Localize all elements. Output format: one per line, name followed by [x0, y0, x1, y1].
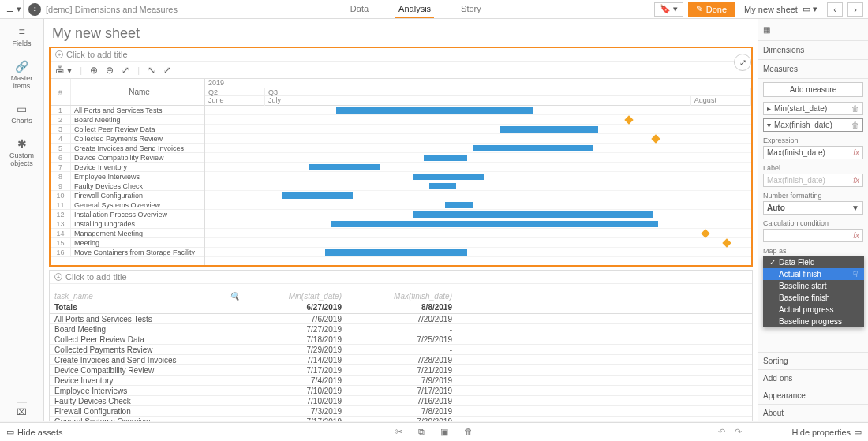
- print-icon[interactable]: 🖶 ▾: [55, 65, 72, 76]
- gantt-bar[interactable]: [331, 221, 658, 227]
- gantt-row[interactable]: 4Collected Payments Review: [51, 134, 204, 144]
- app-icon[interactable]: ⁘: [28, 3, 41, 16]
- gantt-bar[interactable]: [336, 107, 533, 114]
- gantt-bar[interactable]: [500, 126, 599, 133]
- gantt-row[interactable]: 6Device Compatibility Review: [51, 153, 204, 163]
- numfmt-select[interactable]: Auto▼: [763, 201, 863, 215]
- table-row[interactable]: Collected Payments Review7/29/2019-: [50, 345, 752, 355]
- label-input[interactable]: Max(finish_date)fx: [763, 174, 863, 187]
- gantt-bar[interactable]: [325, 249, 467, 256]
- assets-fields[interactable]: ≡Fields: [0, 19, 43, 54]
- chart-title-input[interactable]: + Click to add title: [51, 48, 751, 62]
- tab-data[interactable]: Data: [347, 1, 372, 18]
- table-object[interactable]: + Click to add title task_name🔍 Min(star…: [49, 270, 753, 421]
- gantt-bar[interactable]: [424, 155, 467, 161]
- fullscreen-icon[interactable]: ⤢: [734, 54, 751, 71]
- gantt-row[interactable]: 15Meeting: [51, 238, 204, 248]
- milestone-diamond-icon[interactable]: [652, 134, 660, 143]
- dimensions-section[interactable]: Dimensions: [758, 41, 868, 60]
- gantt-row[interactable]: 3Collect Peer Review Data: [51, 125, 204, 134]
- prev-sheet-button[interactable]: ‹: [827, 2, 843, 17]
- collapse-icon[interactable]: ⤢: [163, 65, 171, 76]
- table-row[interactable]: Collect Peer Review Data7/18/20197/25/20…: [50, 334, 752, 345]
- gantt-bar[interactable]: [309, 164, 380, 170]
- sorting-section[interactable]: Sorting: [758, 352, 868, 369]
- hide-assets-button[interactable]: ▭ Hide assets: [0, 427, 69, 437]
- fx-icon[interactable]: fx: [853, 176, 859, 185]
- variables-icon[interactable]: ⌧: [17, 402, 27, 421]
- table-row[interactable]: Board Meeting7/27/2019-: [50, 324, 752, 334]
- gantt-row[interactable]: 9Faulty Devices Check: [51, 181, 204, 191]
- calc-input[interactable]: fx: [763, 229, 863, 242]
- table-row[interactable]: All Ports and Services Tests7/6/20197/20…: [50, 314, 752, 324]
- measure-field-min[interactable]: ▸ Min(start_date)🗑: [763, 102, 863, 115]
- sheet-selector[interactable]: My new sheet ▭ ▾: [739, 4, 822, 14]
- fx-icon[interactable]: fx: [853, 231, 859, 240]
- table-col-max[interactable]: Max(finish_date): [350, 292, 460, 301]
- sheet-title[interactable]: My new sheet: [49, 24, 753, 47]
- mapas-option-actual-progress[interactable]: Actual progress: [763, 304, 864, 316]
- gantt-row[interactable]: 2Board Meeting: [51, 115, 204, 125]
- gantt-row[interactable]: 10Firewall Configuration: [51, 191, 204, 200]
- mapas-dropdown[interactable]: ✓Data FieldActual finish☟Baseline startB…: [763, 256, 864, 327]
- gantt-row[interactable]: 5Create Invoices and Send Invoices: [51, 144, 204, 153]
- gantt-row[interactable]: 12Installation Process Overview: [51, 210, 204, 219]
- hide-properties-button[interactable]: Hide properties ▭: [785, 427, 868, 437]
- zoom-out-icon[interactable]: ⊖: [106, 65, 114, 76]
- gantt-row[interactable]: 1All Ports and Services Tests: [51, 106, 204, 115]
- assets-custom-objects[interactable]: ✱Custom objects: [0, 131, 43, 174]
- next-sheet-button[interactable]: ›: [847, 2, 863, 17]
- delete-icon[interactable]: 🗑: [464, 427, 473, 437]
- mapas-option-baseline-progress[interactable]: Baseline progress: [763, 316, 864, 327]
- table-icon[interactable]: ▦: [763, 25, 770, 34]
- table-row[interactable]: General Systems Overview7/17/20197/20/20…: [50, 417, 752, 421]
- add-measure-button[interactable]: Add measure: [763, 82, 863, 97]
- gantt-bar[interactable]: [473, 145, 593, 151]
- assets-master-items[interactable]: 🔗Master items: [0, 54, 43, 96]
- measure-field-max[interactable]: ▾ Max(finish_date)🗑: [763, 118, 863, 132]
- tab-story[interactable]: Story: [458, 1, 485, 18]
- table-row[interactable]: Device Compatibility Review7/17/20197/21…: [50, 365, 752, 376]
- gantt-row[interactable]: 14Management Meeting: [51, 229, 204, 238]
- zoom-in-icon[interactable]: ⊕: [90, 65, 98, 76]
- redo-icon[interactable]: ↷: [735, 427, 742, 437]
- paste-icon[interactable]: ▣: [440, 427, 448, 437]
- appearance-section[interactable]: Appearance: [758, 387, 868, 404]
- delete-icon[interactable]: 🗑: [851, 104, 859, 113]
- milestone-diamond-icon[interactable]: [701, 229, 709, 237]
- gantt-bar[interactable]: [445, 202, 473, 208]
- mapas-option-data-field[interactable]: ✓Data Field: [763, 256, 864, 268]
- mapas-option-actual-finish[interactable]: Actual finish☟: [763, 268, 864, 280]
- measures-section[interactable]: Measures: [758, 60, 868, 79]
- table-row[interactable]: Device Inventory7/4/20197/9/2019: [50, 376, 752, 386]
- delete-icon[interactable]: 🗑: [851, 121, 859, 129]
- table-col-task[interactable]: task_name: [54, 292, 93, 301]
- zoom-fit-icon[interactable]: ⤢: [122, 65, 129, 76]
- addons-section[interactable]: Add-ons: [758, 369, 868, 387]
- table-title-input[interactable]: + Click to add title: [50, 271, 752, 284]
- cut-icon[interactable]: ✂: [395, 427, 402, 437]
- table-row[interactable]: Firewall Configuration7/3/20197/8/2019: [50, 406, 752, 417]
- table-row[interactable]: Faulty Devices Check7/10/20197/16/2019: [50, 396, 752, 406]
- table-row[interactable]: Employee Interviews7/10/20197/17/2019: [50, 386, 752, 396]
- search-icon[interactable]: 🔍: [230, 292, 239, 301]
- expression-input[interactable]: Max(finish_date)fx: [763, 146, 863, 159]
- gantt-chart-object[interactable]: + Click to add title 🖶 ▾ | ⊕ ⊖ ⤢ | ⤡ ⤢ #…: [49, 47, 753, 267]
- table-row[interactable]: Create Invoices and Send Invoices7/14/20…: [50, 355, 752, 365]
- gantt-bar[interactable]: [413, 211, 653, 218]
- done-button[interactable]: ✎ Done: [688, 2, 735, 17]
- assets-charts[interactable]: ▭Charts: [0, 96, 43, 131]
- gantt-bar[interactable]: [413, 174, 484, 180]
- table-col-min[interactable]: Min(start_date): [239, 292, 350, 301]
- hamburger-menu[interactable]: ☰ ▾: [5, 0, 24, 19]
- gantt-row[interactable]: 11General Systems Overview: [51, 200, 204, 210]
- gantt-bar[interactable]: [282, 192, 353, 199]
- milestone-diamond-icon[interactable]: [723, 238, 731, 247]
- mapas-option-baseline-start[interactable]: Baseline start: [763, 280, 864, 292]
- bookmark-button[interactable]: 🔖 ▾: [654, 2, 683, 17]
- about-section[interactable]: About: [758, 404, 868, 421]
- mapas-option-baseline-finish[interactable]: Baseline finish: [763, 292, 864, 304]
- gantt-bar[interactable]: [429, 183, 457, 189]
- gantt-row[interactable]: 7Device Inventory: [51, 163, 204, 172]
- expand-icon[interactable]: ⤡: [148, 65, 155, 76]
